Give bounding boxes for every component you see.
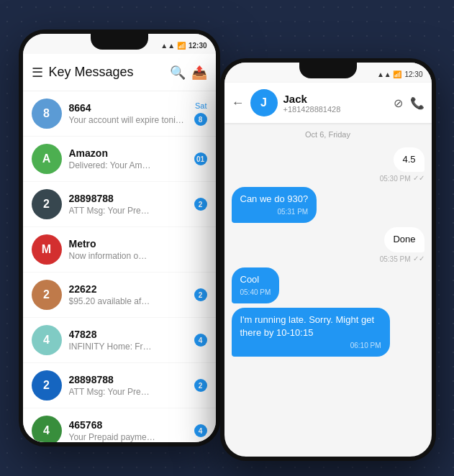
msg-name: Metro — [69, 238, 200, 250]
app-title: Key Messages — [49, 65, 164, 80]
bubble-time-row: 05:30 PM ✓✓ — [380, 173, 425, 183]
time-back: 12:30 — [189, 42, 207, 50]
msg-meta: 2 — [194, 379, 207, 392]
msg-preview: $95.20 available af… — [69, 296, 187, 306]
phones-container: ▲▲ 📶 12:30 ☰ Key Messages 🔍 📤 8 8664 You… — [19, 15, 436, 461]
msg-content: 8664 Your account will expire tonight — [69, 102, 187, 125]
search-icon[interactable]: 🔍 — [170, 65, 186, 81]
message-time: 05:35 PM — [380, 255, 411, 263]
list-item[interactable]: 2 22622 $95.20 available af… 2 — [23, 273, 216, 318]
msg-badge: 2 — [194, 379, 207, 392]
chat-title-block: Jack +181428881428 — [283, 93, 388, 114]
avatar: A — [32, 144, 62, 174]
message-text: Done — [393, 234, 415, 244]
list-item[interactable]: 8 8664 Your account will expire tonight … — [23, 91, 216, 137]
read-tick: ✓✓ — [413, 255, 425, 262]
message-list: 8 8664 Your account will expire tonight … — [23, 91, 216, 447]
chat-messages: Oct 6, Friday 4.5 05:30 PM ✓✓ Can we do … — [224, 123, 432, 457]
list-item[interactable]: A Amazon Delivered: Your Am… 01 — [23, 137, 216, 182]
date-divider: Oct 6, Friday — [232, 123, 425, 143]
avatar: 4 — [32, 325, 62, 355]
call-icon[interactable]: 📞 — [410, 96, 425, 110]
bubble-time-row: 05:35 PM ✓✓ — [380, 254, 425, 263]
notch-back — [91, 34, 148, 50]
message-wrapper: Done 05:35 PM ✓✓ — [232, 227, 425, 262]
status-icons-front: ▲▲ 📶 — [377, 70, 402, 78]
msg-name: 47828 — [69, 329, 187, 340]
msg-meta: 4 — [194, 424, 207, 437]
msg-content: 28898788 ATT Msg: Your Pre… — [69, 374, 187, 397]
avatar: 2 — [32, 280, 62, 310]
msg-time: Sat — [195, 101, 207, 110]
list-item[interactable]: 2 28898788 ATT Msg: Your Pre… 2 — [23, 363, 216, 408]
msg-preview: Delivered: Your Am… — [69, 160, 187, 170]
avatar: M — [32, 234, 62, 265]
message-time: 06:10 PM — [240, 341, 381, 351]
msg-name: 465768 — [69, 419, 187, 431]
msg-badge: 4 — [194, 424, 207, 437]
msg-badge: 8 — [194, 113, 207, 126]
chat-header-icons: ⊘ 📞 — [394, 96, 425, 110]
msg-content: Amazon Delivered: Your Am… — [69, 147, 187, 170]
message-text: 4.5 — [402, 154, 415, 165]
msg-preview: Now information o… — [69, 251, 200, 261]
msg-content: Metro Now information o… — [69, 238, 200, 261]
message-bubble: 4.5 — [394, 147, 424, 172]
chat-header: ← J Jack +181428881428 ⊘ 📞 — [224, 83, 432, 123]
message-time: 05:30 PM — [380, 175, 411, 183]
msg-badge: 2 — [194, 198, 207, 211]
contact-avatar: J — [250, 89, 278, 116]
avatar: 2 — [32, 189, 62, 219]
msg-content: 22622 $95.20 available af… — [69, 283, 187, 306]
msg-badge: 4 — [194, 334, 207, 347]
msg-content: 28898788 ATT Msg: Your Pre… — [69, 193, 187, 216]
app-bar: ☰ Key Messages 🔍 📤 — [23, 54, 216, 91]
msg-meta: 01 — [194, 152, 207, 165]
msg-preview: ATT Msg: Your Pre… — [69, 206, 187, 216]
avatar: 2 — [32, 370, 62, 401]
message-bubble: Can we do 930? 05:31 PM — [232, 187, 317, 223]
msg-preview: Your account will expire tonight — [69, 115, 187, 125]
message-wrapper: Can we do 930? 05:31 PM — [232, 187, 425, 223]
msg-preview: Your Prepaid payme… — [69, 432, 187, 442]
msg-badge: 2 — [194, 288, 207, 301]
message-wrapper: 4.5 05:30 PM ✓✓ — [232, 147, 425, 183]
msg-content: 47828 INFINITY Home: Fr… — [69, 329, 187, 352]
message-time: 05:40 PM — [240, 288, 271, 298]
message-text: Cool — [240, 274, 260, 285]
msg-meta: 2 — [194, 288, 207, 301]
msg-name: Amazon — [69, 147, 187, 159]
back-button[interactable]: ← — [232, 96, 245, 111]
msg-name: 28898788 — [69, 374, 187, 385]
list-item[interactable]: 4 465768 Your Prepaid payme… 4 — [23, 408, 216, 447]
block-icon[interactable]: ⊘ — [394, 96, 403, 110]
phone-back: ▲▲ 📶 12:30 ☰ Key Messages 🔍 📤 8 8664 You… — [19, 29, 220, 447]
message-text: I'm running late. Sorry. Might get there… — [240, 314, 375, 338]
msg-preview: ATT Msg: Your Pre… — [69, 387, 187, 397]
message-bubble: Done — [384, 227, 424, 252]
msg-meta: Sat 8 — [194, 101, 207, 126]
message-wrapper: I'm running late. Sorry. Might get there… — [232, 308, 425, 357]
list-item[interactable]: M Metro Now information o… — [23, 227, 216, 273]
list-item[interactable]: 2 28898788 ATT Msg: Your Pre… 2 — [23, 182, 216, 227]
message-time: 05:31 PM — [240, 207, 309, 217]
message-wrapper: Cool 05:40 PM — [232, 267, 425, 303]
contact-number: +181428881428 — [283, 105, 388, 114]
avatar: 8 — [32, 99, 62, 129]
message-bubble: Cool 05:40 PM — [232, 267, 280, 303]
contact-name: Jack — [283, 93, 388, 105]
read-tick: ✓✓ — [413, 174, 425, 182]
message-bubble: I'm running late. Sorry. Might get there… — [232, 308, 390, 357]
msg-name: 8664 — [69, 102, 187, 114]
msg-meta: 2 — [194, 198, 207, 211]
phone-front: ▲▲ 📶 12:30 ← J Jack +181428881428 ⊘ 📞 Oc… — [220, 58, 436, 461]
msg-content: 465768 Your Prepaid payme… — [69, 419, 187, 442]
msg-preview: INFINITY Home: Fr… — [69, 342, 187, 352]
hamburger-icon[interactable]: ☰ — [32, 65, 43, 81]
compose-icon[interactable]: 📤 — [191, 65, 207, 81]
list-item[interactable]: 4 47828 INFINITY Home: Fr… 4 — [23, 318, 216, 363]
avatar: 4 — [32, 416, 62, 446]
msg-name: 28898788 — [69, 193, 187, 204]
time-front: 12:30 — [404, 70, 422, 78]
msg-meta: 4 — [194, 334, 207, 347]
